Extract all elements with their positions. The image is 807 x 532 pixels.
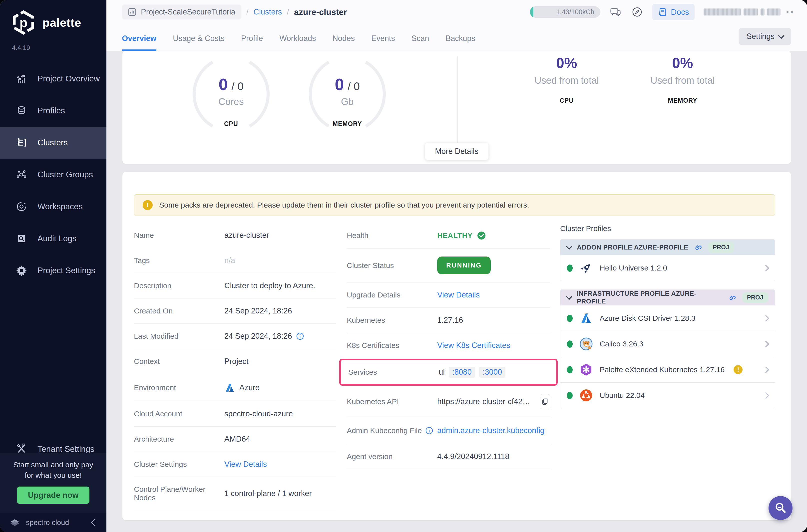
- tab-usage-costs[interactable]: Usage & Costs: [173, 34, 225, 51]
- sidebar-item-project-settings[interactable]: Project Settings: [0, 254, 107, 286]
- info-icon[interactable]: [425, 426, 433, 435]
- account-menu[interactable]: [703, 8, 793, 16]
- chevron-right-icon: [763, 392, 769, 399]
- view-k8s-certificates-link[interactable]: View K8s Certificates: [437, 341, 550, 350]
- audit-log-icon: [16, 232, 27, 245]
- cpu-total-value: / 0: [231, 80, 244, 92]
- metrics-overview-card: 0 / 0 Cores CPU 0 / 0 Gb MEMORY: [123, 51, 791, 164]
- cluster-details-card: ! Some packs are deprecated. Please upda…: [123, 172, 791, 520]
- deprecation-warning-banner: ! Some packs are deprecated. Please upda…: [134, 194, 775, 216]
- header-actions: 1.43/100kCh Docs: [530, 0, 793, 24]
- sidebar-nav: Project Overview Profiles: [0, 63, 107, 286]
- tab-overview[interactable]: Overview: [122, 34, 156, 51]
- tab-events[interactable]: Events: [371, 34, 395, 51]
- memory-usage-metric: MEMORY: [633, 97, 733, 104]
- cpu-gauge: 0 / 0 Cores CPU: [192, 55, 270, 127]
- chat-icon[interactable]: [609, 6, 622, 18]
- infrastructure-profile-group: INFRASTRUCTURE PROFILE AZURE-PROFILE PRO…: [560, 289, 775, 408]
- tab-scan[interactable]: Scan: [412, 34, 429, 51]
- upgrade-view-details-link[interactable]: View Details: [437, 290, 550, 300]
- detail-row-context: Context Project: [134, 349, 336, 374]
- sidebar-item-project-overview[interactable]: Project Overview: [0, 63, 107, 95]
- kubernetes-api-url: https://azure-cluster-cf42…: [437, 397, 540, 406]
- upgrade-panel: Start small and only pay for what you us…: [0, 453, 107, 513]
- pek-hexagon-icon: [579, 363, 593, 377]
- docs-button[interactable]: Docs: [652, 4, 695, 20]
- profile-pack-azure-disk-csi[interactable]: Azure Disk CSI Driver 1.28.3: [560, 305, 775, 331]
- sidebar-item-label: Audit Logs: [37, 234, 76, 243]
- pack-status-dot: [567, 265, 573, 272]
- sidebar-item-label: Workspaces: [37, 202, 83, 211]
- pack-name: Hello Universe 1.2.0: [600, 264, 667, 272]
- infrastructure-profile-header[interactable]: INFRASTRUCTURE PROFILE AZURE-PROFILE PRO…: [560, 290, 775, 305]
- help-search-floating-button[interactable]: [769, 496, 792, 520]
- pack-status-dot: [567, 340, 573, 348]
- healthy-check-icon: [477, 231, 486, 240]
- cpu-usage-percent: 0%: [517, 54, 617, 71]
- pack-name: Ubuntu 22.04: [600, 391, 644, 400]
- palette-logo-icon: p: [11, 10, 36, 35]
- sidebar-item-label: Cluster Groups: [37, 170, 93, 179]
- service-port-link[interactable]: :8080: [449, 367, 475, 378]
- sidebar-item-label: Tenant Settings: [37, 444, 94, 454]
- chevron-right-icon: [763, 315, 769, 322]
- info-icon[interactable]: [296, 332, 304, 340]
- profile-pack-calico[interactable]: Calico 3.26.3: [560, 331, 775, 357]
- memory-total-value: / 0: [348, 80, 360, 92]
- detail-row-kubernetes-api: Kubernetes API https://azure-cluster-cf4…: [347, 386, 550, 417]
- profile-pack-ubuntu[interactable]: Ubuntu 22.04: [560, 382, 775, 408]
- network-nodes-icon: [16, 169, 27, 180]
- copy-button[interactable]: [540, 394, 550, 409]
- collapse-sidebar-icon[interactable]: [91, 518, 98, 526]
- app-version: 4.4.19: [0, 35, 107, 52]
- settings-button[interactable]: Settings: [739, 28, 791, 45]
- chevron-right-icon: [763, 341, 769, 347]
- pack-status-dot: [567, 315, 573, 322]
- detail-row-agent-version: Agent version 4.4.9/20240912.1118: [347, 444, 550, 469]
- breadcrumb-current-cluster: azure-cluster: [294, 7, 347, 17]
- ubuntu-icon: [579, 388, 593, 402]
- sidebar-item-clusters[interactable]: Clusters: [0, 127, 107, 158]
- sidebar-item-audit-logs[interactable]: Audit Logs: [0, 223, 107, 254]
- cluster-settings-view-details-link[interactable]: View Details: [224, 460, 336, 469]
- memory-unit: Gb: [308, 96, 386, 107]
- usage-quota-text: 1.43/100kCh: [556, 8, 594, 16]
- more-details-button[interactable]: More Details: [425, 143, 488, 160]
- profile-pack-palette-extended-kubernetes[interactable]: Palette eXtended Kubernetes 1.27.16 !: [560, 357, 775, 382]
- hello-universe-rocket-icon: [579, 261, 593, 275]
- tab-nodes[interactable]: Nodes: [332, 34, 355, 51]
- bar-chart-icon: [16, 73, 27, 85]
- sidebar-item-label: Project Settings: [37, 266, 95, 275]
- compass-icon[interactable]: [631, 6, 643, 18]
- redacted-username-block: [761, 8, 765, 16]
- profile-group-name: ADDON PROFILE AZURE-PROFILE: [577, 244, 688, 251]
- tab-backups[interactable]: Backups: [446, 34, 475, 51]
- sidebar-item-cluster-groups[interactable]: Cluster Groups: [0, 158, 107, 191]
- redacted-username-block: [703, 8, 741, 16]
- addon-profile-header[interactable]: ADDON PROFILE AZURE-PROFILE PROJ: [560, 240, 775, 255]
- detail-row-cluster-settings: Cluster Settings View Details: [134, 452, 336, 477]
- logo-wordmark: palette: [42, 16, 81, 30]
- tab-workloads[interactable]: Workloads: [280, 34, 316, 51]
- chevron-down-icon: [566, 243, 572, 249]
- services-highlight-box: Services ui :8080 :3000: [339, 359, 558, 386]
- breadcrumb-clusters-link[interactable]: Clusters: [254, 7, 282, 17]
- detail-row-cluster-status: Cluster Status RUNNING: [347, 248, 550, 283]
- upgrade-now-button[interactable]: Upgrade now: [17, 487, 90, 504]
- redacted-username-block: [744, 8, 758, 16]
- sidebar-item-profiles[interactable]: Profiles: [0, 95, 107, 127]
- proj-badge: PROJ: [742, 292, 768, 303]
- kubeconfig-download-link[interactable]: admin.azure-cluster.kubeconfig: [437, 425, 550, 436]
- detail-row-environment: Environment Azure: [134, 374, 336, 401]
- gear-icon: [16, 265, 27, 277]
- sidebar-item-workspaces[interactable]: Workspaces: [0, 191, 107, 223]
- service-port-link[interactable]: :3000: [479, 367, 506, 378]
- project-selector-chip[interactable]: Project-ScaleSecureTutoria: [122, 4, 241, 19]
- detail-row-kubernetes: Kubernetes 1.27.16: [347, 308, 550, 333]
- detail-row-description: Description Cluster to deploy to Azure.: [134, 273, 336, 299]
- proj-badge: PROJ: [708, 242, 734, 253]
- sidebar-item-label: Clusters: [37, 138, 68, 147]
- palette-logo: p palette: [0, 0, 107, 35]
- tab-profile[interactable]: Profile: [241, 34, 263, 51]
- profile-pack-hello-universe[interactable]: Hello Universe 1.2.0: [560, 255, 775, 281]
